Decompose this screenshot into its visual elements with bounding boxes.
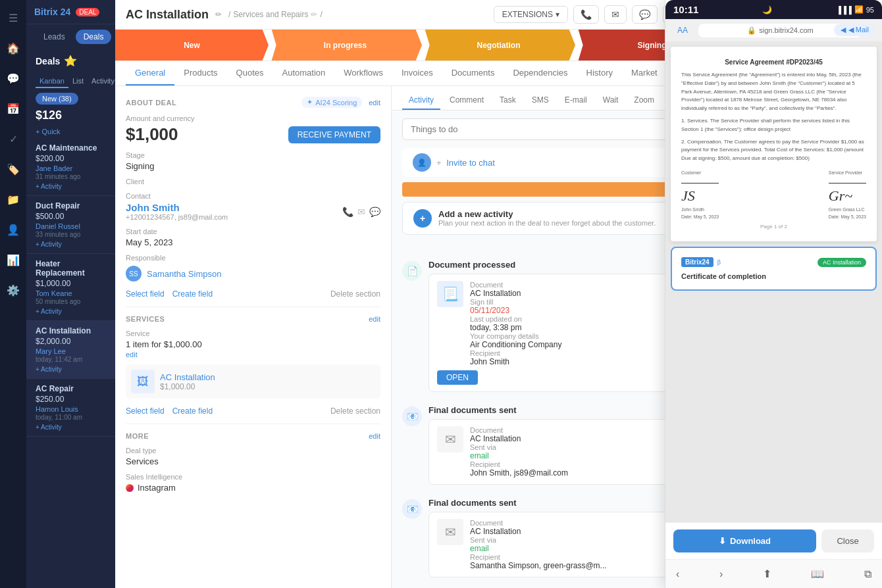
nav-forward-icon[interactable]: ›	[717, 566, 725, 583]
tab-sms[interactable]: SMS	[525, 91, 556, 110]
sidebar-icons: ☰ 🏠 💬 📅 ✓ 🏷️ 📁 👤 📊 ⚙️	[0, 0, 26, 588]
tab-general[interactable]: General	[126, 61, 174, 86]
activity-tab[interactable]: Activity	[88, 75, 118, 88]
sent-via-email-1[interactable]: email	[470, 451, 568, 460]
deals-button[interactable]: Deals	[76, 30, 112, 44]
home-icon[interactable]: 🏠	[3, 38, 23, 58]
instagram-label: Instagram	[138, 483, 176, 493]
share-icon[interactable]: ⬆	[760, 565, 774, 583]
service-edit-link[interactable]: edit	[126, 351, 138, 358]
deal-card-ac-installation[interactable]: AC Installation $2,000.00 Mary Lee today…	[26, 321, 115, 379]
tab-activity[interactable]: Activity	[402, 91, 440, 110]
document-nav-bar: ‹ › ⬆ 📖 ⧉	[665, 559, 882, 588]
list-tab[interactable]: List	[68, 75, 88, 88]
chat-icon[interactable]: 💬	[369, 207, 380, 217]
create-field-link[interactable]: Create field	[172, 289, 213, 299]
cert-badge: AC Installation	[817, 258, 866, 267]
responsible-name[interactable]: Samantha Simpson	[147, 269, 221, 279]
services-create-field[interactable]: Create field	[172, 406, 213, 416]
more-section-edit[interactable]: edit	[369, 432, 380, 440]
service-name[interactable]: AC Installation	[160, 372, 215, 382]
stage-negotiation[interactable]: Negotiation	[422, 30, 575, 61]
deal-add-activity[interactable]: + Activity	[36, 366, 106, 373]
services-delete-section[interactable]: Delete section	[330, 406, 380, 416]
tab-quotes[interactable]: Quotes	[227, 61, 273, 86]
reports-icon[interactable]: 📊	[3, 250, 23, 270]
delete-section-link[interactable]: Delete section	[330, 289, 380, 299]
customer-sig: Customer JS John Smith Date: May 5, 2023	[681, 170, 719, 221]
deals-header: Deals ⭐	[26, 49, 115, 72]
deal-title: Heater Replacement	[36, 259, 106, 278]
certificate-page: Bitrix24 β AC Installation Certificate o…	[671, 247, 877, 291]
tab-workflows[interactable]: Workflows	[334, 61, 392, 86]
tab-task[interactable]: Task	[493, 91, 523, 110]
open-document-button[interactable]: OPEN	[437, 370, 478, 385]
deal-add-activity[interactable]: + Activity	[36, 183, 106, 190]
crm-icon[interactable]: 🏷️	[3, 159, 23, 179]
deal-card-heater[interactable]: Heater Replacement $1,000.00 Tom Keane 5…	[26, 254, 115, 321]
edit-icon[interactable]: ✏	[215, 10, 222, 19]
back-button[interactable]: AA	[672, 23, 693, 37]
sent-via-email-2[interactable]: email	[470, 544, 607, 553]
nav-back-icon[interactable]: ‹	[673, 566, 682, 583]
deal-person: Daniel Russel	[36, 222, 106, 230]
tab-automation[interactable]: Automation	[272, 61, 334, 86]
phone-button[interactable]: 📞	[573, 5, 599, 24]
tab-wait[interactable]: Wait	[596, 91, 625, 110]
contacts-icon[interactable]: 👤	[3, 220, 23, 239]
services-edit[interactable]: edit	[369, 315, 380, 323]
deal-add-activity[interactable]: + Activity	[36, 424, 106, 431]
email-button[interactable]: ✉	[604, 5, 627, 24]
deal-time: today, 11:00 am	[36, 414, 106, 421]
email-icon[interactable]: ✉	[357, 207, 365, 217]
invite-chat-link[interactable]: + Invite to chat	[436, 158, 495, 168]
stage-button[interactable]: New (38)	[36, 93, 78, 105]
deal-card-ac-repair[interactable]: AC Repair $250.00 Hamon Louis today, 11:…	[26, 379, 115, 437]
stage-new[interactable]: New	[115, 30, 269, 61]
sales-intelligence-label: Sales Intelligence	[126, 473, 380, 481]
tab-documents[interactable]: Documents	[442, 61, 504, 86]
tasks-icon[interactable]: ✓	[3, 129, 23, 149]
kanban-tab[interactable]: Kanban	[36, 75, 68, 88]
deal-add-activity[interactable]: + Activity	[36, 241, 106, 248]
breadcrumb-path[interactable]: Services and Repairs	[233, 10, 308, 19]
services-select-field[interactable]: Select field	[126, 406, 165, 416]
select-field-link[interactable]: Select field	[126, 289, 165, 299]
tab-dependencies[interactable]: Dependencies	[504, 61, 577, 86]
leads-button[interactable]: Leads	[36, 30, 73, 44]
call-icon[interactable]: 📞	[342, 207, 353, 217]
tab-market[interactable]: Market	[622, 61, 667, 86]
ai-scoring-badge[interactable]: ✦ AI24 Scoring	[301, 97, 362, 108]
menu-icon[interactable]: ☰	[3, 8, 23, 28]
calendar-icon[interactable]: 📅	[3, 99, 23, 118]
tab-history[interactable]: History	[577, 61, 622, 86]
provider-signature: Gr~	[829, 185, 866, 207]
tab-email[interactable]: E-mail	[558, 91, 594, 110]
provider-sig-line: Gr~	[829, 183, 866, 207]
chat-icon[interactable]: 💬	[3, 68, 23, 88]
deal-add-activity[interactable]: + Activity	[36, 308, 106, 315]
files-icon[interactable]: 📁	[3, 189, 23, 209]
receive-payment-button[interactable]: RECEIVE PAYMENT	[288, 126, 380, 143]
copy-icon[interactable]: ⧉	[862, 566, 874, 583]
tab-products[interactable]: Products	[174, 61, 226, 86]
deal-amount: $126	[26, 106, 115, 125]
deal-card-ac-maintenance[interactable]: AC Maintenance $200.00 Jane Bader 31 min…	[26, 138, 115, 196]
tab-invoices[interactable]: Invoices	[392, 61, 442, 86]
stage-in-progress[interactable]: In progress	[269, 30, 422, 61]
download-button[interactable]: ⬇ Download	[673, 529, 816, 552]
book-icon[interactable]: 📖	[808, 565, 827, 583]
tab-comment[interactable]: Comment	[443, 91, 490, 110]
contact-name[interactable]: John Smith	[126, 202, 228, 213]
about-deal-edit[interactable]: edit	[369, 99, 380, 107]
message-button[interactable]: 💬	[632, 5, 658, 24]
deal-card-duct-repair[interactable]: Duct Repair $500.00 Daniel Russel 33 min…	[26, 196, 115, 254]
settings-icon[interactable]: ⚙️	[3, 280, 23, 300]
extensions-button[interactable]: EXTENSIONS ▾	[494, 6, 568, 23]
breadcrumb: / Services and Repairs ✏ /	[228, 10, 323, 19]
close-button[interactable]: Close	[821, 529, 874, 552]
quick-add[interactable]: + Quick	[26, 125, 115, 138]
tab-zoom[interactable]: Zoom	[627, 91, 661, 110]
deal-title: AC Installation	[126, 8, 209, 22]
mail-indicator[interactable]: ◀ ◀ Mail	[834, 24, 875, 36]
